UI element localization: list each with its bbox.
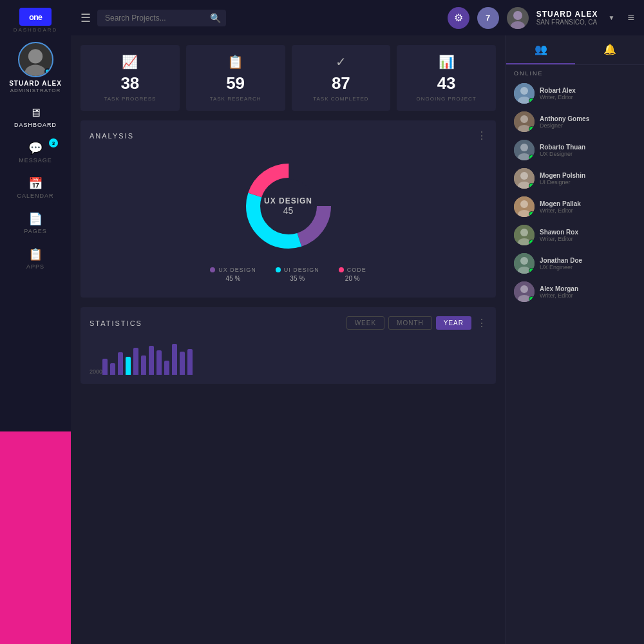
user-name: Robarto Thuan [540, 144, 636, 151]
stats-month-button[interactable]: MONTH [388, 316, 432, 330]
ui-design-pct: 35 % [290, 275, 305, 282]
settings-button[interactable]: ⚙ [448, 7, 469, 29]
sidebar-item-pages-label: PAGES [24, 228, 46, 234]
donut-center: UX DESIGN 45 [264, 196, 312, 216]
analysis-menu[interactable]: ⋮ [477, 129, 487, 142]
ongoing-project-icon: 📊 [439, 54, 455, 70]
logo-text: one [29, 12, 42, 22]
user-role: UI Designer [540, 179, 636, 185]
logo-sub: DASHBOARD [14, 27, 58, 33]
avatar-online-dot [44, 68, 51, 75]
sidebar-avatar [18, 42, 53, 77]
sidebar-item-apps[interactable]: 📋 APPS [0, 241, 71, 276]
stats-week-button[interactable]: WEEK [346, 316, 384, 330]
sidebar-item-apps-label: APPS [26, 263, 44, 270]
bar [156, 350, 162, 375]
user-info: Mogen Polshin UI Designer [540, 172, 636, 185]
sidebar-item-dashboard[interactable]: 🖥 DASHBOARD [0, 100, 71, 135]
sidebar-item-pages[interactable]: 📄 PAGES [0, 205, 71, 241]
user-avatar [514, 111, 535, 132]
task-progress-number: 38 [120, 73, 139, 93]
user-info: Shawon Rox Writer, Editor [540, 229, 636, 242]
analysis-title: ANALYSIS [90, 132, 134, 140]
donut-center-value: 45 [264, 205, 312, 216]
online-indicator [529, 155, 535, 160]
ux-design-pct: 45 % [226, 275, 241, 282]
notification-button[interactable]: 7 [477, 7, 499, 29]
topbar: ☰ 🔍 ⚙ 7 STUARD ALEX SAN FRANSICO, CA ▼ ≡ [71, 0, 644, 35]
task-research-number: 59 [226, 73, 245, 93]
analysis-section: ANALYSIS ⋮ UX DESIGN [80, 120, 496, 298]
user-item[interactable]: Shawon Rox Writer, Editor [511, 221, 639, 249]
user-item[interactable]: Robarto Thuan UX Designer [511, 136, 639, 164]
topbar-chevron-icon[interactable]: ▼ [609, 14, 615, 21]
search-input[interactable] [97, 10, 226, 26]
user-info: Jonathan Doe UX Engineer [540, 257, 636, 270]
statistics-menu[interactable]: ⋮ [477, 317, 487, 329]
bar [102, 359, 108, 375]
ongoing-project-number: 43 [437, 73, 456, 93]
stats-row: 📈 38 TASK PROGRESS 📋 59 TASK RESEARCH ✓ … [80, 45, 496, 111]
user-name: Mogen Polshin [540, 172, 636, 179]
user-avatar [514, 168, 535, 189]
bar-chart [102, 343, 193, 375]
donut-center-label: UX DESIGN [264, 196, 312, 205]
bar [187, 349, 193, 375]
bar [126, 357, 131, 375]
code-dot [339, 267, 344, 272]
notification-count: 7 [486, 13, 490, 23]
legend-ui-design: UI DESIGN 35 % [276, 267, 319, 282]
online-indicator [529, 296, 535, 302]
donut-chart: UX DESIGN 45 [237, 155, 340, 258]
panel-tab-people[interactable]: 👥 [506, 35, 575, 64]
sidebar-role: ADMINISTRATOR [10, 88, 61, 93]
user-role: Designer [540, 122, 636, 129]
topbar-menu-icon[interactable]: ≡ [627, 11, 634, 24]
online-user-list: Robart Alex Writer, Editor Anthony Gomes… [506, 79, 644, 306]
y-axis-label: 2000 [90, 368, 102, 375]
stats-year-button[interactable]: YEAR [436, 316, 471, 330]
bar [172, 344, 177, 375]
ui-design-dot [276, 267, 281, 272]
user-item[interactable]: Anthony Gomes Designer [511, 108, 639, 136]
user-item[interactable]: Jonathan Doe UX Engineer [511, 249, 639, 278]
ui-design-label: UI DESIGN [284, 267, 319, 273]
user-role: UX Engineer [540, 264, 636, 270]
stat-card-task-progress: 📈 38 TASK PROGRESS [80, 45, 180, 111]
legend-code: CODE 20 % [339, 267, 366, 282]
task-progress-icon: 📈 [122, 54, 138, 70]
user-name: Mogen Pallak [540, 200, 636, 207]
online-indicator [529, 98, 535, 104]
right-panel: 👥 🔔 ONLINE Robart Alex Writer, Editor [506, 35, 644, 644]
user-name: Robart Alex [540, 87, 636, 94]
statistics-title: STATISTICS [90, 319, 142, 327]
svg-point-15 [520, 144, 528, 151]
user-item[interactable]: Robart Alex Writer, Editor [511, 79, 639, 108]
statistics-section: STATISTICS WEEK MONTH YEAR ⋮ 2000 [80, 307, 496, 384]
hamburger-button[interactable]: ☰ [80, 11, 91, 25]
svg-point-9 [520, 87, 528, 95]
bar [149, 346, 154, 375]
stat-card-ongoing-project: 📊 43 ONGOING PROJECT [397, 45, 496, 111]
sidebar-item-message[interactable]: 💬 MESSAGE 3 [0, 135, 71, 170]
code-pct: 20 % [345, 275, 360, 282]
panel-tabs: 👥 🔔 [506, 35, 644, 65]
pages-icon: 📄 [28, 212, 43, 226]
panel-tab-bell[interactable]: 🔔 [575, 35, 644, 64]
sidebar-item-calendar-label: CALENDAR [17, 193, 53, 199]
user-item[interactable]: Mogen Polshin UI Designer [511, 164, 639, 193]
user-item[interactable]: Alex Morgan Writer, Editor [511, 278, 639, 306]
bar [133, 348, 138, 375]
online-label: ONLINE [506, 65, 644, 79]
user-name: Alex Morgan [540, 285, 636, 292]
user-role: UX Designer [540, 151, 636, 157]
sidebar: one DASHBOARD STUARD ALEX ADMINISTRATOR … [0, 0, 71, 431]
user-info: Robarto Thuan UX Designer [540, 144, 636, 157]
svg-point-24 [520, 229, 528, 236]
sidebar-item-calendar[interactable]: 📅 CALENDAR [0, 170, 71, 205]
user-item[interactable]: Mogen Pallak Writer, Editor [511, 193, 639, 221]
svg-point-21 [520, 200, 528, 208]
user-name: Jonathan Doe [540, 257, 636, 264]
message-badge: 3 [49, 138, 58, 147]
search-icon[interactable]: 🔍 [210, 13, 221, 23]
